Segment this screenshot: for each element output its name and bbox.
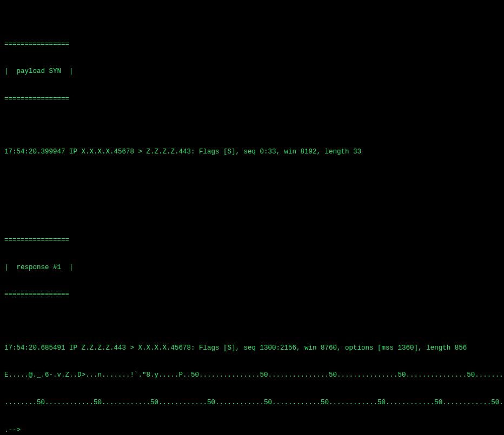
section-rule: ================ — [4, 236, 500, 245]
section-rule: ================ — [4, 290, 500, 299]
packet-line: 17:54:20.685491 IP Z.Z.Z.Z.443 > X.X.X.X… — [4, 344, 500, 353]
packet-line: 17:54:20.399947 IP X.X.X.X.45678 > Z.Z.Z… — [4, 148, 500, 157]
terminal-output: ================ | payload SYN | =======… — [0, 0, 504, 435]
section-header-payload-syn: | payload SYN | — [4, 67, 500, 76]
hex-line: E.....@._.6-.v.Z..D>...n.......!`."8.y..… — [4, 371, 500, 380]
section-header-response-1: | response #1 | — [4, 263, 500, 272]
payload-line: .--> — [4, 426, 500, 435]
section-rule: ================ — [4, 40, 500, 49]
hex-line: ........50............50............50..… — [4, 398, 500, 407]
section-rule: ================ — [4, 95, 500, 104]
